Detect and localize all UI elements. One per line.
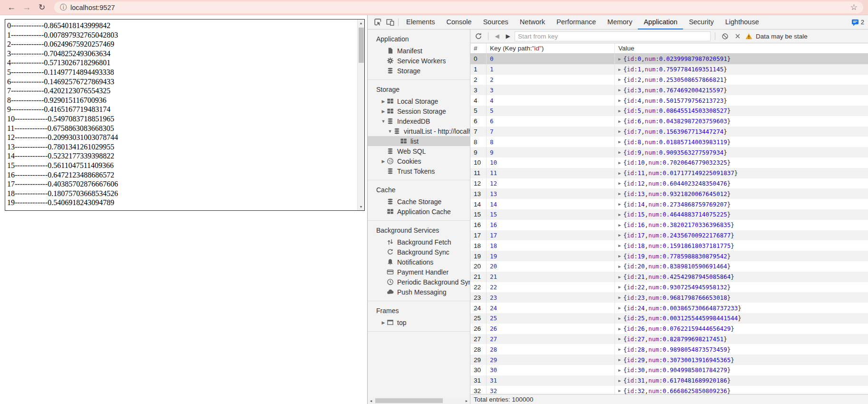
table-row[interactable]: 5 5 ▶{id: 5, num: 0.08645514503308527} [470, 106, 868, 116]
sidebar-item-notifications[interactable]: Notifications [368, 257, 470, 267]
scroll-thumb[interactable] [359, 28, 364, 63]
table-row[interactable]: 4 4 ▶{id: 4, num: 0.5015779756213723} [470, 95, 868, 106]
inspect-element-icon[interactable] [371, 16, 384, 29]
devtools-tab[interactable]: Elements [400, 15, 440, 30]
bookmark-star-icon[interactable]: ☆ [850, 2, 858, 12]
expand-triangle-icon[interactable]: ▶ [618, 254, 621, 258]
sidebar-item-background-sync[interactable]: Background Sync [368, 247, 470, 257]
scroll-left-icon[interactable]: ◄ [368, 399, 374, 403]
expand-triangle-icon[interactable]: ▶ [618, 285, 621, 289]
table-row[interactable]: 26 26 ▶{id: 26, num: 0.07622159444656429… [470, 324, 868, 334]
forward-icon[interactable]: → [20, 1, 33, 14]
expand-triangle-icon[interactable]: ▶ [618, 243, 621, 248]
expand-triangle-icon[interactable]: ▶ [618, 191, 621, 196]
devtools-tab[interactable]: Lighthouse [720, 15, 765, 30]
expand-triangle-icon[interactable]: ▶ [618, 119, 621, 124]
table-row[interactable]: 15 15 ▶{id: 15, num: 0.4644883714075225} [470, 209, 868, 220]
table-row[interactable]: 10 10 ▶{id: 10, num: 0.7020646779032325} [470, 158, 868, 168]
device-toolbar-icon[interactable] [384, 16, 396, 29]
expand-triangle-icon[interactable]: ▶ [618, 336, 621, 341]
chevron-collapsed-icon[interactable]: ▶ [380, 320, 387, 325]
reload-icon[interactable]: ↻ [35, 1, 49, 14]
devtools-tab[interactable]: Console [440, 15, 477, 30]
chevron-collapsed-icon[interactable]: ▶ [380, 99, 387, 104]
table-row[interactable]: 29 29 ▶{id: 29, num: 0.30730013916945365… [470, 355, 868, 365]
scroll-right-icon[interactable]: ► [463, 399, 470, 403]
column-header-index[interactable]: # [470, 43, 487, 53]
next-page-icon[interactable]: ▶ [504, 33, 512, 39]
sidebar-item-virtuallist-http-localhost[interactable]: ▼virtualList - http://localhost [368, 126, 470, 136]
sidebar-item-background-fetch[interactable]: Background Fetch [368, 237, 470, 247]
expand-triangle-icon[interactable]: ▶ [618, 160, 621, 165]
sidebar-item-web-sql[interactable]: Web SQL [368, 146, 470, 156]
table-row[interactable]: 27 27 ▶{id: 27, num: 0.828799698217451} [470, 334, 868, 345]
sidebar-item-list[interactable]: list [368, 136, 470, 146]
expand-triangle-icon[interactable]: ▶ [618, 264, 621, 269]
expand-triangle-icon[interactable]: ▶ [618, 368, 621, 373]
devtools-tab[interactable]: Network [514, 15, 551, 30]
sidebar-item-trust-tokens[interactable]: Trust Tokens [368, 166, 470, 176]
expand-triangle-icon[interactable]: ▶ [618, 77, 621, 82]
table-row[interactable]: 23 23 ▶{id: 23, num: 0.9681798766653018} [470, 292, 868, 303]
scroll-up-icon[interactable]: ▲ [358, 20, 364, 27]
table-row[interactable]: 14 14 ▶{id: 14, num: 0.2734868759769207} [470, 199, 868, 209]
expand-triangle-icon[interactable]: ▶ [618, 316, 621, 321]
table-row[interactable]: 3 3 ▶{id: 3, num: 0.7674692004215597} [470, 85, 868, 95]
expand-triangle-icon[interactable]: ▶ [618, 223, 621, 227]
scroll-down-icon[interactable]: ▼ [358, 203, 364, 210]
table-row[interactable]: 19 19 ▶{id: 19, num: 0.7785988830879542} [470, 251, 868, 261]
devtools-tab[interactable]: Security [683, 15, 719, 30]
expand-triangle-icon[interactable]: ▶ [618, 129, 621, 134]
table-row[interactable]: 7 7 ▶{id: 7, num: 0.1563967713447274} [470, 127, 868, 137]
info-icon[interactable]: ⓘ [60, 3, 67, 12]
start-from-key-input[interactable] [515, 31, 711, 41]
sidebar-item-storage[interactable]: Storage [368, 66, 470, 76]
table-row[interactable]: 22 22 ▶{id: 22, num: 0.9307254945958132} [470, 282, 868, 293]
expand-triangle-icon[interactable]: ▶ [618, 357, 621, 362]
expand-triangle-icon[interactable]: ▶ [618, 67, 621, 72]
table-row[interactable]: 16 16 ▶{id: 16, num: 0.38202170336396835… [470, 220, 868, 230]
expand-triangle-icon[interactable]: ▶ [618, 275, 621, 279]
refresh-icon[interactable] [473, 31, 484, 41]
sidebar-item-payment-handler[interactable]: Payment Handler [368, 267, 470, 277]
expand-triangle-icon[interactable]: ▶ [618, 98, 621, 103]
previous-page-icon[interactable]: ◀ [493, 33, 501, 39]
table-row[interactable]: 12 12 ▶{id: 12, num: 0.6044023248350476} [470, 178, 868, 189]
table-row[interactable]: 2 2 ▶{id: 2, num: 0.2530508657866821} [470, 75, 868, 85]
expand-triangle-icon[interactable]: ▶ [618, 171, 621, 176]
chevron-collapsed-icon[interactable]: ▶ [380, 159, 387, 164]
scroll-thumb[interactable] [375, 398, 443, 403]
table-row[interactable]: 30 30 ▶{id: 30, num: 0.9049985801784279} [470, 365, 868, 375]
sidebar-item-indexeddb[interactable]: ▼IndexedDB [368, 116, 470, 126]
clear-object-store-icon[interactable] [720, 31, 730, 41]
table-row[interactable]: 20 20 ▶{id: 20, num: 0.8389810590691464} [470, 261, 868, 272]
chevron-expanded-icon[interactable]: ▼ [380, 119, 387, 124]
expand-triangle-icon[interactable]: ▶ [618, 305, 621, 310]
table-row[interactable]: 18 18 ▶{id: 18, num: 0.15918618037181775… [470, 240, 868, 251]
sidebar-item-manifest[interactable]: Manifest [368, 46, 470, 56]
expand-triangle-icon[interactable]: ▶ [618, 57, 621, 61]
table-row[interactable]: 9 9 ▶{id: 9, num: 0.9093563277597934} [470, 147, 868, 158]
page-vertical-scrollbar[interactable]: ▲ ▼ [357, 20, 364, 210]
table-row[interactable]: 11 11 ▶{id: 11, num: 0.01717714922509183… [470, 168, 868, 178]
expand-triangle-icon[interactable]: ▶ [618, 233, 621, 237]
sidebar-item-periodic-background-sync[interactable]: Periodic Background Sync [368, 277, 470, 287]
table-row[interactable]: 28 28 ▶{id: 28, num: 0.9898054873573459} [470, 344, 868, 355]
number-list-box[interactable]: 0-------------0.8654018143999842 1------… [5, 19, 365, 211]
expand-triangle-icon[interactable]: ▶ [618, 150, 621, 155]
sidebar-item-application-cache[interactable]: Application Cache [368, 207, 470, 217]
expand-triangle-icon[interactable]: ▶ [618, 139, 621, 144]
devtools-tab[interactable]: Application [638, 15, 683, 30]
table-row[interactable]: 25 25 ▶{id: 25, num: 0.00312554459984415… [470, 313, 868, 324]
delete-selected-icon[interactable] [732, 31, 743, 41]
table-row[interactable]: 13 13 ▶{id: 13, num: 0.9321820067645012} [470, 188, 868, 199]
table-row[interactable]: 24 24 ▶{id: 24, num: 0.00386573066487372… [470, 303, 868, 313]
address-bar[interactable]: ⓘ localhost:9527 ☆ [54, 1, 863, 13]
expand-triangle-icon[interactable]: ▶ [618, 326, 621, 331]
table-row[interactable]: 32 32 ▶{id: 32, num: 0.6668625850809236} [470, 386, 868, 394]
console-drawer-icon[interactable] [851, 19, 859, 26]
devtools-tab[interactable]: Sources [478, 15, 514, 30]
table-row[interactable]: 8 8 ▶{id: 8, num: 0.01885714003983119} [470, 137, 868, 147]
sidebar-item-local-storage[interactable]: ▶Local Storage [368, 96, 470, 106]
expand-triangle-icon[interactable]: ▶ [618, 347, 621, 352]
